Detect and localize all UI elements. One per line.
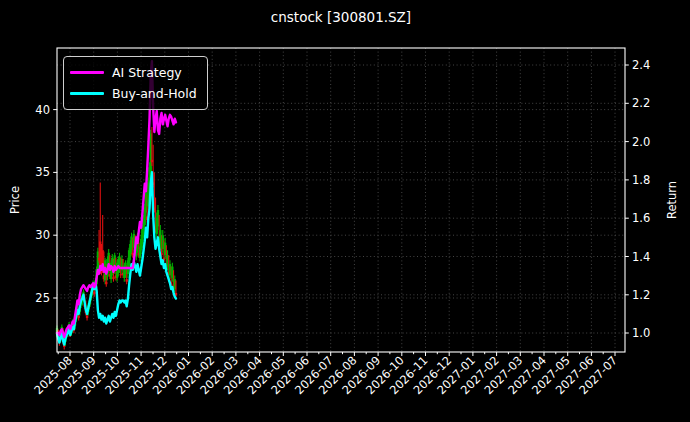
return-tick-label: 1.8 [632,173,650,187]
return-tick-label: 2.0 [632,135,650,149]
legend-item-buy-and-hold: Buy-and-Hold [70,83,197,104]
price-tick-label: 25 [35,291,50,305]
return-tick-label: 1.0 [632,326,650,340]
legend-item-ai-strategy: AI Strategy [70,62,197,83]
legend-label-buy-and-hold: Buy-and-Hold [112,86,197,101]
return-tick-label: 1.4 [632,250,650,264]
x-tick-labels: 2025-082025-092025-102025-112025-122026-… [31,353,620,397]
return-tick-label: 2.4 [632,58,650,72]
legend-label-ai-strategy: AI Strategy [112,65,182,80]
buy-and-hold-line-swatch [70,92,104,96]
return-tick-label: 2.2 [632,96,650,110]
price-tick-label: 35 [35,165,50,179]
return-tick-label: 1.2 [632,288,650,302]
return-tick-label: 1.6 [632,211,650,225]
price-tick-label: 40 [35,103,50,117]
legend: AI Strategy Buy-and-Hold [63,56,208,110]
figure: cnstock [300801.SZ] Price Return 2530354… [0,0,690,422]
ai-strategy-line-swatch [70,71,104,75]
price-tick-label: 30 [35,228,50,242]
